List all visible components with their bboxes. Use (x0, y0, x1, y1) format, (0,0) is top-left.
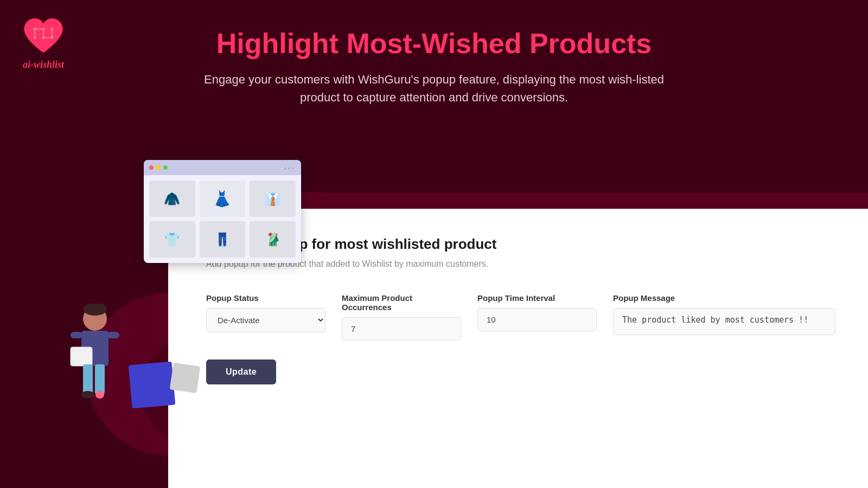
occurrences-group: Maximum Product Occurrences (342, 293, 461, 341)
svg-point-18 (95, 391, 104, 399)
product-card-2: 👗 (200, 181, 246, 217)
interval-label: Popup Time Interval (477, 293, 597, 303)
popup-status-label: Popup Status (206, 293, 326, 303)
svg-rect-19 (71, 332, 82, 338)
message-group: Popup Message The product liked by most … (613, 293, 835, 335)
character-illustration (65, 304, 125, 412)
svg-point-17 (81, 391, 94, 399)
product-card-6: 🥻 (250, 221, 296, 258)
interval-group: Popup Time Interval (477, 293, 597, 331)
form-row: Popup Status De-Activate Activate Maximu… (206, 293, 835, 341)
popup-status-group: Popup Status De-Activate Activate (206, 293, 326, 332)
interval-input[interactable] (477, 308, 597, 331)
browser-dot-red (149, 165, 154, 170)
message-textarea[interactable]: The product liked by most customers !! (613, 308, 835, 335)
page-subtitle: Engage your customers with WishGuru's po… (190, 70, 678, 106)
occurrences-label: Maximum Product Occurrences (342, 293, 461, 312)
decoration-box-white (170, 363, 200, 393)
svg-rect-20 (107, 332, 119, 338)
popup-status-select[interactable]: De-Activate Activate (206, 308, 326, 332)
decoration-box-blue (129, 362, 176, 409)
browser-dot-green (163, 165, 168, 170)
update-button[interactable]: Update (206, 359, 276, 384)
product-card-1: 🧥 (149, 181, 195, 217)
svg-rect-16 (95, 364, 105, 394)
browser-content: 🧥 👗 👔 👕 👖 🥻 (144, 175, 301, 263)
occurrences-input[interactable] (342, 317, 461, 341)
svg-rect-14 (71, 347, 92, 366)
product-card-5: 👖 (200, 221, 246, 258)
browser-mockup: ··· 🧥 👗 👔 👕 👖 🥻 (144, 160, 301, 263)
browser-dot-yellow (156, 165, 161, 170)
page-title: Highlight Most-Wished Products (11, 22, 857, 60)
svg-rect-15 (83, 364, 93, 394)
product-card-4: 👕 (149, 221, 195, 258)
product-card-3: 👔 (250, 181, 296, 217)
browser-bar: ··· (144, 160, 301, 175)
message-label: Popup Message (613, 293, 835, 303)
header-section: Highlight Most-Wished Products Engage yo… (0, 0, 868, 117)
